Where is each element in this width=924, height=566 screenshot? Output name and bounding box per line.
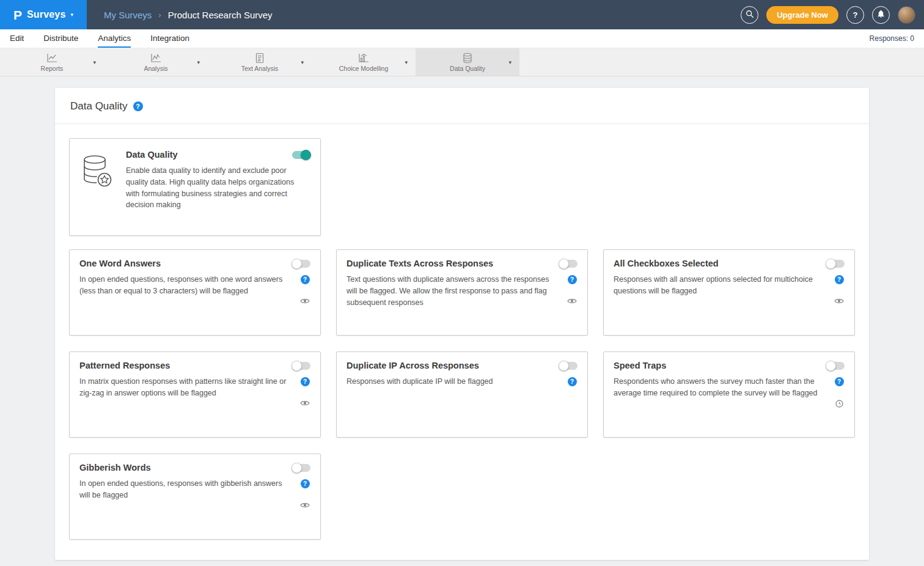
surveys-app-switcher[interactable]: P Surveys ▾ [0,0,87,29]
toolbar-item-data-quality[interactable]: Data Quality ▾ [416,48,519,76]
user-avatar[interactable] [898,6,915,24]
reports-chart-icon [46,53,58,64]
search-button[interactable] [741,6,758,24]
toolbar-label: Choice Modelling [339,65,389,72]
page-title: Data Quality [70,100,128,112]
toggle-knob [826,259,836,269]
chevron-down-icon: ▾ [71,12,74,18]
quality-rules-grid: One Word Answers In open ended questions… [69,249,855,540]
top-bar: P Surveys ▾ My Surveys › Product Researc… [0,0,924,29]
toggle-knob [292,463,302,473]
help-icon[interactable]: ? [301,479,310,488]
card-gibberish-words: Gibberish Words In open ended questions,… [69,454,321,540]
help-icon[interactable]: ? [301,275,310,284]
chevron-down-icon[interactable]: ▾ [93,59,96,65]
help-icon[interactable]: ? [568,377,577,386]
breadcrumb: My Surveys › Product Research Survey [104,10,273,20]
preview-eye-icon[interactable] [834,298,844,304]
choice-modelling-chart-icon [358,53,370,64]
bell-icon [876,9,886,20]
toolbar-label: Analysis [144,65,167,72]
upgrade-now-button[interactable]: Upgrade Now [766,6,838,24]
questionpro-logo: P [13,9,22,21]
preview-eye-icon[interactable] [300,400,310,406]
card-description: In matrix question responses with patter… [79,376,299,406]
page-help-icon[interactable]: ? [133,101,143,111]
card-duplicate-texts: Duplicate Texts Across Responses Text qu… [336,249,588,336]
toolbar-item-reports[interactable]: Reports ▾ [0,48,104,76]
database-icon [462,53,473,64]
card-description: Respondents who answers the survey much … [614,376,834,408]
analysis-chart-icon [150,53,162,64]
card-title: Patterned Responses [79,361,170,370]
one-word-answers-toggle[interactable] [292,260,310,268]
help-icon[interactable]: ? [568,275,577,284]
survey-nav-tabs: Edit Distribute Analytics Integration Re… [0,29,924,48]
breadcrumb-current-survey: Product Research Survey [168,10,273,20]
data-quality-master-card: Data Quality Enable data quality to iden… [69,138,321,236]
preview-eye-icon[interactable] [300,502,310,509]
toggle-knob [559,361,569,371]
card-description: Text questions with duplicate answers ac… [346,274,566,308]
patterned-responses-toggle[interactable] [292,362,310,370]
chevron-down-icon[interactable]: ▾ [508,59,512,65]
card-one-word-answers: One Word Answers In open ended questions… [69,249,321,336]
card-description: Enable data quality to identify and excl… [126,165,310,211]
preview-eye-icon[interactable] [567,298,577,304]
clock-icon[interactable] [835,400,843,408]
duplicate-texts-toggle[interactable] [559,260,578,268]
help-button[interactable]: ? [846,6,864,24]
card-speed-traps: Speed Traps Respondents who answers the … [603,351,855,438]
tab-integration[interactable]: Integration [150,29,189,48]
notifications-button[interactable] [872,6,890,24]
toggle-knob [559,259,569,269]
gibberish-words-toggle[interactable] [292,464,310,472]
help-icon[interactable]: ? [835,275,844,284]
toolbar-label: Text Analysis [241,65,279,72]
data-quality-master-toggle[interactable] [292,151,310,159]
toggle-knob [301,150,311,160]
help-icon[interactable]: ? [301,377,310,386]
toolbar-item-analysis[interactable]: Analysis ▾ [104,48,208,76]
all-checkboxes-toggle[interactable] [826,260,845,268]
product-name: Surveys [27,9,66,20]
card-duplicate-ip: Duplicate IP Across Responses Responses … [336,351,588,438]
chevron-down-icon[interactable]: ▾ [405,59,408,65]
toggle-knob [826,361,836,371]
card-description: In open ended questions, responses with … [79,478,299,509]
tab-distribute[interactable]: Distribute [43,29,78,48]
tab-analytics[interactable]: Analytics [98,29,131,48]
breadcrumb-my-surveys[interactable]: My Surveys [104,10,152,20]
analytics-toolbar: Reports ▾ Analysis ▾ Text Analysis ▾ Cho… [0,48,924,76]
breadcrumb-separator-icon: › [158,10,161,20]
card-all-checkboxes: All Checkboxes Selected Responses with a… [603,249,855,336]
toolbar-item-text-analysis[interactable]: Text Analysis ▾ [208,48,312,76]
toolbar-label: Reports [41,65,64,72]
toolbar-label: Data Quality [450,65,485,72]
card-description: Responses with duplicate IP will be flag… [346,376,566,388]
toggle-knob [292,259,302,269]
card-title: Gibberish Words [79,463,151,472]
toggle-knob [292,361,302,371]
question-mark-icon: ? [853,10,858,20]
tab-edit[interactable]: Edit [10,29,24,48]
card-patterned-responses: Patterned Responses In matrix question r… [69,351,321,438]
chevron-down-icon[interactable]: ▾ [197,59,200,65]
card-title: Duplicate IP Across Responses [346,361,479,370]
responses-count: Responses: 0 [870,34,914,43]
duplicate-ip-toggle[interactable] [559,362,578,370]
data-quality-panel: Data Quality ? Data Quality [55,88,869,560]
card-description: Responses with all answer options select… [614,274,834,304]
search-icon [746,10,754,20]
card-title: Data Quality [126,150,178,160]
speed-traps-toggle[interactable] [826,362,845,370]
help-icon[interactable]: ? [835,377,844,386]
preview-eye-icon[interactable] [300,298,310,304]
card-description: In open ended questions, responses with … [79,274,299,304]
chevron-down-icon[interactable]: ▾ [301,59,304,65]
topbar-actions: Upgrade Now ? [741,6,915,24]
card-title: Speed Traps [614,361,666,370]
card-title: All Checkboxes Selected [614,259,719,268]
text-analysis-document-icon [254,53,266,64]
toolbar-item-choice-modelling[interactable]: Choice Modelling ▾ [312,48,416,76]
